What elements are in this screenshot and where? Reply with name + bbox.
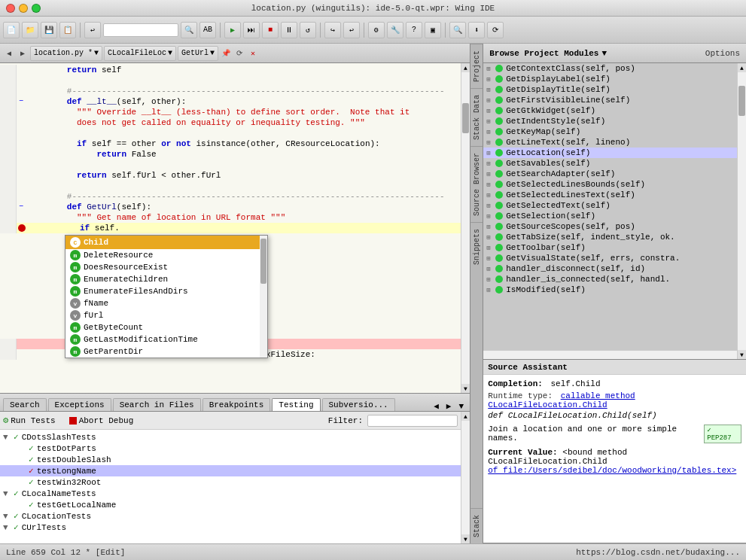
pin-icon[interactable]: 📌 [220,47,232,59]
maximize-button[interactable] [32,4,41,13]
class-dropdown[interactable]: CLocalFileLoc ▼ [104,46,176,61]
scroll-down-arrow[interactable]: ▼ [461,384,470,393]
replace-icon[interactable]: AB [199,22,216,38]
file-link[interactable]: of file:/Users/sdeibel/doc/woodworking/t… [488,466,736,475]
module-item-gettabsize[interactable]: ⊞ GetTabSize(self, indent_style, ok. [483,232,737,242]
refresh-icon[interactable]: ⟳ [487,22,504,38]
settings-icon[interactable]: ⚙ [368,22,385,38]
ac-item-enumerate[interactable]: m EnumerateChildren [65,273,267,285]
run-tests-button[interactable]: ⚙ Run Tests [3,415,56,426]
help-icon[interactable]: ? [406,22,422,38]
continue-icon[interactable]: ↺ [300,22,316,38]
tab-search[interactable]: Search [3,398,47,411]
tree-item-clocation[interactable]: ▼ ✓ CLocationTests [0,510,461,522]
tab-subversion[interactable]: Subversio... [322,398,395,411]
tree-item-win32root[interactable]: ✓ testWin32Root [0,476,461,488]
module-item-getfirstvisible[interactable]: ⊞ GetFirstVisibleLine(self) [483,95,737,105]
tree-item-getlocalname[interactable]: ✓ testGetLocalName [0,499,461,510]
modules-vscrollbar[interactable]: ▲ ▼ [737,63,746,359]
tools-icon[interactable]: 🔧 [387,22,403,38]
tab-scroll-left[interactable]: ◀ [431,401,442,411]
pause-icon[interactable]: ⏸ [281,22,297,38]
ac-item-furl[interactable]: v fUrl [65,309,267,321]
nav-prev[interactable]: ◀ [3,47,15,59]
search-icon[interactable]: 🔍 [181,22,197,38]
save-as-icon[interactable]: 📋 [59,22,76,38]
modules-list-scroll[interactable]: ⊞ GetContextClass(self, pos) ⊞ GetDispla… [483,63,737,350]
sidebar-tab-stack[interactable]: Stack [470,508,483,543]
nav-next[interactable]: ▶ [17,47,29,59]
terminal-icon[interactable]: ▣ [425,22,441,38]
run-icon[interactable]: ▶ [224,22,241,38]
bottom-vscrollbar[interactable]: ▲ ▼ [461,412,470,543]
tree-item-longname[interactable]: ✓ testLongName [0,465,461,476]
sidebar-tab-snippets[interactable]: Snippets [470,222,483,271]
close-button[interactable] [6,4,15,13]
module-item-getkeymap[interactable]: ⊞ GetKeyMap(self) [483,126,737,137]
new-file-icon[interactable]: 📄 [3,22,20,38]
filter-input[interactable] [367,415,458,427]
ac-item-getbytecount[interactable]: m GetByteCount [65,321,267,333]
module-item-getgtkwidget[interactable]: ⊞ GetGtkWidget(self) [483,105,737,116]
module-item-ismodified[interactable]: ⊞ IsModified(self) [483,285,737,295]
ac-item-delete[interactable]: m DeleteResource [65,249,267,261]
tab-breakpoints[interactable]: Breakpoints [202,398,271,411]
tab-scroll-right[interactable]: ▶ [443,401,455,411]
expand-icon-8[interactable]: ▼ [3,512,14,521]
tree-item-doubleslash[interactable]: ✓ testDoubleSlash [0,454,461,465]
module-item-getlocation[interactable]: ⊞ GetLocation(self) [483,148,737,158]
tree-item-clocalname[interactable]: ▼ ✓ CLocalNameTests [0,488,461,499]
expand-icon-6[interactable]: ▼ [3,489,14,498]
sidebar-tab-sourcebrowser[interactable]: Source Browser [470,146,483,222]
tree-item-curl[interactable]: ▼ ✓ CUrlTests [0,522,461,533]
code-vscrollbar[interactable]: ▲ ▼ [461,63,470,393]
mod-scroll-down[interactable]: ▼ [738,350,746,359]
module-item-getlinetext[interactable]: ⊞ GetLineText(self, lineno) [483,137,737,148]
tab-testing[interactable]: Testing [272,398,320,411]
module-item-handlerisconnected[interactable]: ⊞ handler_is_connected(self, handl. [483,274,737,285]
bottom-scroll-down[interactable]: ▼ [461,534,470,543]
undo-icon[interactable]: ↩ [84,22,101,38]
step-in-icon[interactable]: ↪ [324,22,341,38]
mod-scroll-up[interactable]: ▲ [738,63,746,72]
autocomplete-scrollbar[interactable] [260,236,267,358]
ac-item-fname[interactable]: v fName [65,297,267,309]
runtime-type-link[interactable]: callable method [561,391,635,400]
scroll-up-arrow[interactable]: ▲ [461,63,470,72]
debug-icon[interactable]: ⏭ [243,22,260,38]
module-item-getselectedtext[interactable]: ⊞ GetSelectedText(self) [483,200,737,211]
runtime-class-link[interactable]: CLocalFileLocation.Child [488,400,741,409]
expand-icon-9[interactable]: ▼ [3,523,14,532]
code-editor[interactable]: return self #---------------------------… [0,63,470,393]
sync-icon[interactable]: ⟳ [233,47,245,59]
tab-search-files[interactable]: Search in Files [113,398,201,411]
module-item-getcontextclass[interactable]: ⊞ GetContextClass(self, pos) [483,63,737,74]
step-out-icon[interactable]: ↩ [343,22,360,38]
sidebar-tab-stackdata[interactable]: Stack Data [470,88,483,146]
minimize-button[interactable] [19,4,28,13]
method-dropdown[interactable]: GetUrl ▼ [178,46,218,61]
module-item-handlerdisconnect[interactable]: ⊞ handler_disconnect(self, id) [483,263,737,274]
modules-options-button[interactable]: Options [705,49,740,58]
toolbar-search-input[interactable] [103,23,178,37]
expand-icon[interactable]: ▼ [3,433,14,442]
tree-item-cdotslashtests[interactable]: ▼ ✓ CDotsSlashTests [0,431,461,443]
open-file-icon[interactable]: 📁 [22,22,38,38]
module-item-gettoolbar[interactable]: ⊞ GetToolbar(self) [483,242,737,253]
tab-menu[interactable]: ▼ [455,402,467,411]
bottom-scroll-up[interactable]: ▲ [461,412,470,421]
ac-item-getlastmod[interactable]: m GetLastModificationTime [65,333,267,345]
ac-item-getparentdir[interactable]: m GetParentDir [65,345,267,358]
module-item-getselection[interactable]: ⊞ GetSelection(self) [483,211,737,221]
module-item-getdisplaytitle[interactable]: ⊞ GetDisplayTitle(self) [483,84,737,95]
tree-item-dotparts[interactable]: ✓ testDotParts [0,443,461,454]
module-item-getdisplaylabel[interactable]: ⊞ GetDisplayLabel(self) [483,74,737,84]
abort-debug-button[interactable]: Abort Debug [69,416,134,425]
modules-hscrollbar[interactable] [483,350,737,359]
stop-icon[interactable]: ■ [262,22,279,38]
modules-dropdown-arrow[interactable]: ▼ [601,49,607,58]
sidebar-tab-project[interactable]: Project [470,44,483,88]
ac-item-doesresource[interactable]: m DoesResourceExist [65,261,267,273]
download-icon[interactable]: ⬇ [468,22,485,38]
module-item-getsearchadapter[interactable]: ⊞ GetSearchAdapter(self) [483,169,737,179]
